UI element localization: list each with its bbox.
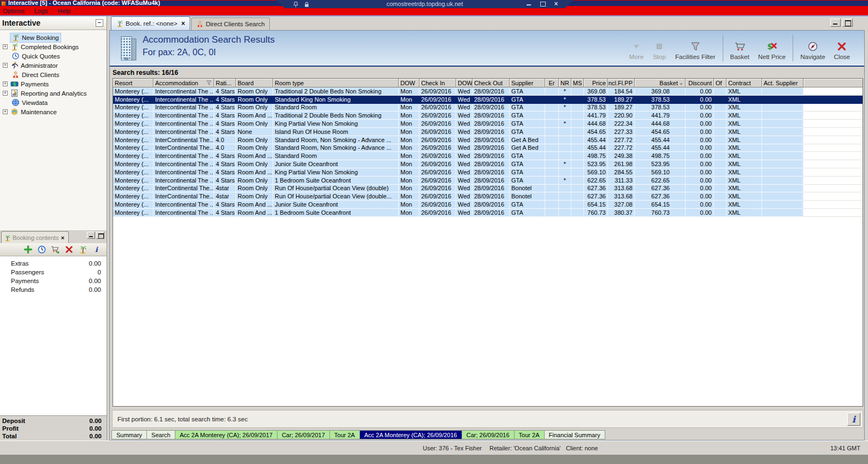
- column-header-contract[interactable]: Contract: [727, 79, 762, 87]
- column-header-price[interactable]: Price: [584, 79, 608, 87]
- rdp-close-button[interactable]: ×: [553, 1, 559, 7]
- cell: Intercontinental The ...: [153, 87, 214, 96]
- sort-down-icon: [679, 81, 683, 85]
- facilities-filter-button[interactable]: Facilities Filter: [671, 33, 719, 63]
- add-button[interactable]: [23, 245, 33, 254]
- quick-quote-button[interactable]: [37, 245, 46, 254]
- table-row[interactable]: Monterey (...Intercontinental The ...4 S…: [113, 96, 863, 104]
- nett-price-button[interactable]: $Nett Price: [754, 33, 790, 63]
- itinerary-tab-acc-2a-monterey-ca-26-09-2016[interactable]: Acc 2A Monterey (CA); 26/09/2016: [359, 430, 462, 439]
- workspace-minimize-button[interactable]: [830, 19, 841, 27]
- column-header-basket[interactable]: Basket: [635, 79, 686, 87]
- itinerary-tab-car-26-09-2017[interactable]: Car; 26/09/2017: [277, 430, 330, 439]
- column-header-rati[interactable]: Rati...: [214, 79, 236, 87]
- cell: 4 Stars: [214, 128, 236, 136]
- column-header-nr[interactable]: NR: [559, 79, 571, 87]
- tab-direct-clients-search[interactable]: Direct Clients Search: [191, 17, 270, 30]
- column-header-room-type[interactable]: Room type: [273, 79, 399, 87]
- column-header-supplier[interactable]: Supplier: [510, 79, 545, 87]
- rdp-minimize-button[interactable]: [525, 1, 532, 7]
- navigate-button[interactable]: Navigate: [796, 33, 829, 63]
- table-row[interactable]: Monterey (...Intercontinental The ...4 S…: [113, 152, 863, 160]
- close-icon[interactable]: ×: [61, 234, 64, 241]
- table-row[interactable]: Monterey (...Intercontinental The ...4 S…: [113, 177, 863, 185]
- tab-book-ref-none[interactable]: Book. ref.: <none>×: [111, 16, 190, 30]
- table-row[interactable]: Monterey (...InterContinental The...4.0R…: [113, 136, 863, 144]
- cell: [559, 128, 571, 136]
- building-icon: [117, 34, 139, 62]
- sidebar-item-viewdata[interactable]: Viewdata: [0, 98, 107, 107]
- column-header-act-supplier[interactable]: Act. Supplier: [762, 79, 804, 87]
- booking-contents-tab[interactable]: Booking contents ×: [1, 231, 69, 243]
- cell: [545, 152, 559, 160]
- filter-icon[interactable]: [206, 80, 212, 86]
- table-row[interactable]: Monterey (...InterContinental The...4sta…: [113, 185, 863, 193]
- column-header-resort[interactable]: Resort: [113, 79, 153, 87]
- cell: 4star: [214, 192, 236, 201]
- table-row[interactable]: Monterey (...Intercontinental The ...4 S…: [113, 128, 863, 136]
- table-row[interactable]: Monterey (...Intercontinental The ...4 S…: [113, 160, 863, 168]
- booking-button[interactable]: [78, 245, 87, 254]
- table-row[interactable]: Monterey (...Intercontinental The ...4 S…: [113, 209, 863, 217]
- itinerary-tab-car-26-09-2016[interactable]: Car; 26/09/2016: [462, 430, 515, 439]
- sidebar-item-new-booking[interactable]: New Booking: [0, 33, 107, 42]
- info-button[interactable]: i: [92, 245, 101, 254]
- table-row[interactable]: Monterey (...Intercontinental The ...4 S…: [113, 168, 863, 177]
- rdp-restore-button[interactable]: [539, 1, 546, 7]
- menu-item-options[interactable]: Options: [0, 8, 29, 14]
- menu-item-logs[interactable]: Logs: [29, 8, 53, 14]
- move-to-basket-button[interactable]: [51, 245, 60, 254]
- cell: XML: [727, 152, 762, 160]
- table-row[interactable]: Monterey (...Intercontinental The ...4 S…: [113, 87, 863, 96]
- info-button[interactable]: i: [847, 413, 860, 426]
- sidebar-item-payments[interactable]: +$Payments: [0, 79, 107, 89]
- menu-item-help[interactable]: Help: [53, 8, 76, 14]
- expand-toggle[interactable]: +: [3, 81, 8, 86]
- itinerary-tab-financial-summary[interactable]: Financial Summary: [544, 430, 605, 439]
- expand-toggle[interactable]: +: [3, 44, 8, 49]
- expand-toggle[interactable]: +: [3, 109, 8, 114]
- table-row[interactable]: Monterey (...InterContinental The...4sta…: [113, 192, 863, 201]
- itinerary-tab-acc-2a-monterey-ca-26-09-2017[interactable]: Acc 2A Monterey (CA); 26/09/2017: [175, 430, 277, 439]
- itinerary-tab-summary[interactable]: Summary: [111, 430, 147, 439]
- cell: 26/09/2016: [420, 87, 456, 96]
- table-row[interactable]: Monterey (...Intercontinental The ...4 S…: [113, 120, 863, 128]
- close-button[interactable]: Close: [830, 33, 854, 63]
- sidebar-collapse-button[interactable]: −: [96, 19, 103, 27]
- column-header-discount[interactable]: Discount: [686, 79, 714, 87]
- column-header-ms[interactable]: MS: [571, 79, 584, 87]
- tab-close-button[interactable]: ×: [181, 20, 185, 27]
- column-header-dow[interactable]: DOW: [456, 79, 473, 87]
- column-header-dow[interactable]: DOW: [399, 79, 420, 87]
- sidebar-item-reporting-and-analytics[interactable]: +Reporting and Analytics: [0, 89, 107, 98]
- expand-toggle[interactable]: +: [3, 63, 8, 68]
- sidebar-item-direct-clients[interactable]: Direct Clients: [0, 70, 107, 79]
- panel-minimize-button[interactable]: [87, 232, 95, 239]
- itinerary-tab-tour-2a[interactable]: Tour 2A: [329, 430, 360, 439]
- cell: Traditional 2 Double Beds Non Smoking: [273, 87, 399, 96]
- panel-maximize-button[interactable]: [96, 232, 104, 239]
- expand-toggle[interactable]: +: [3, 91, 8, 96]
- more-icon: [631, 41, 642, 52]
- column-header-er[interactable]: Er: [545, 79, 559, 87]
- column-header-incl-fl-pp[interactable]: Incl.Fl.PP: [608, 79, 635, 87]
- delete-button[interactable]: [64, 245, 74, 254]
- sidebar-item-administrator[interactable]: +Administrator: [0, 61, 107, 70]
- table-row[interactable]: Monterey (...Intercontinental The ...4 S…: [113, 201, 863, 209]
- column-header-check-out[interactable]: Check Out: [473, 79, 510, 87]
- sidebar-item-quick-quotes[interactable]: Quick Quotes: [0, 51, 107, 61]
- table-row[interactable]: Monterey (...Intercontinental The ...4 S…: [113, 111, 863, 120]
- basket-button[interactable]: Basket: [726, 33, 754, 63]
- table-row[interactable]: Monterey (...InterContinental The...4.0R…: [113, 144, 863, 152]
- sidebar-item-maintenance[interactable]: +Maintenance: [0, 107, 107, 116]
- itinerary-tab-search[interactable]: Search: [146, 430, 175, 439]
- itinerary-tab-tour-2a[interactable]: Tour 2A: [514, 430, 545, 439]
- column-header-check-in[interactable]: Check In: [420, 79, 456, 87]
- column-header-board[interactable]: Board: [236, 79, 273, 87]
- sidebar-item-completed-bookings[interactable]: +Completed Bookings: [0, 42, 107, 51]
- workspace-maximize-button[interactable]: [842, 19, 853, 27]
- table-row[interactable]: Monterey (...Intercontinental The ...4 S…: [113, 104, 863, 112]
- cell: 498.75: [584, 152, 608, 160]
- column-header-accommodation[interactable]: Accommodation: [153, 79, 214, 87]
- column-header-of[interactable]: Of: [714, 79, 727, 87]
